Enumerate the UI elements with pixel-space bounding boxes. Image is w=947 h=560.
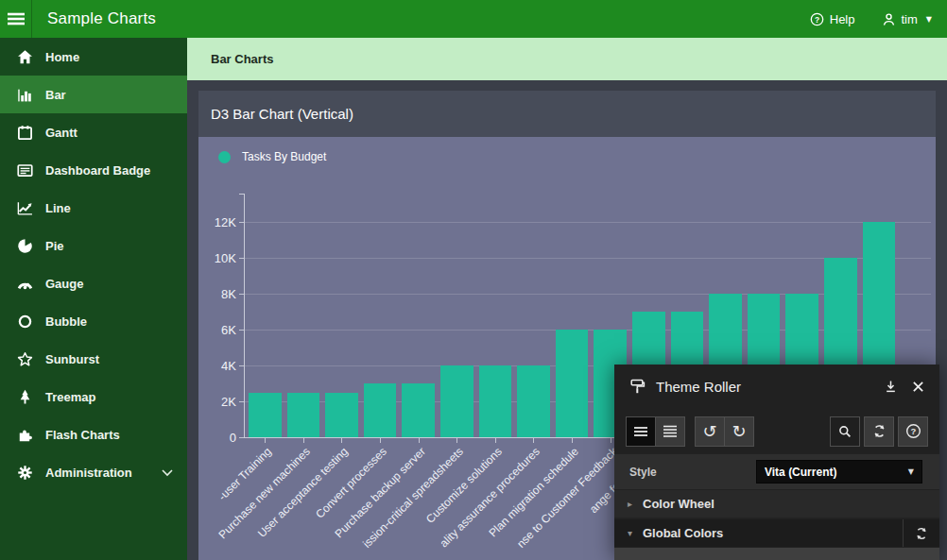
x-axis-tick (380, 438, 381, 443)
bar[interactable] (325, 393, 358, 438)
style-row: Style Vita (Current) ▼ (614, 454, 939, 489)
sidebar-item-label: Dashboard Badge (45, 163, 150, 178)
svg-text:?: ? (910, 426, 916, 436)
sidebar-item-gantt[interactable]: Gantt (0, 113, 187, 151)
list-4-lines-icon (663, 425, 678, 438)
style-select[interactable]: Vita (Current) ▼ (756, 460, 922, 484)
gridline (244, 222, 931, 223)
compact-list-view-button[interactable] (626, 416, 656, 447)
y-axis-label: 12K (198, 215, 236, 229)
svg-text:?: ? (815, 14, 819, 24)
sidebar-item-label: Treemap (45, 390, 95, 404)
help-button[interactable]: ? Help (810, 12, 855, 26)
search-button[interactable] (830, 416, 860, 447)
theme-roller-panel: Theme Roller (614, 365, 939, 560)
line-chart-icon (17, 200, 33, 216)
legend-marker-icon (218, 151, 231, 163)
y-axis-tick (239, 437, 244, 438)
panel-title: D3 Bar Chart (Vertical) (211, 106, 353, 122)
bar[interactable] (556, 330, 589, 437)
sidebar: HomeBarGanttDashboard BadgeLinePieGaugeB… (0, 38, 187, 560)
theme-roller-toolbar: ↺ ↻ ? (614, 409, 939, 453)
theme-roller-title: Theme Roller (656, 379, 741, 395)
sidebar-item-bubble[interactable]: Bubble (0, 302, 187, 340)
sidebar-item-treemap[interactable]: Treemap (0, 378, 187, 416)
accordion-section-global-colors[interactable]: ▾Global Colors (614, 519, 939, 547)
sidebar-item-label: Sunburst (45, 352, 99, 366)
sidebar-item-label: Administration (45, 466, 132, 480)
hamburger-menu-button[interactable] (0, 0, 31, 38)
accordion-section-label: Global Colors (643, 526, 723, 540)
user-icon (882, 12, 896, 26)
chevron-down-icon: ▼ (926, 15, 932, 24)
x-axis-tick (456, 438, 457, 443)
sidebar-item-label: Bar (45, 88, 66, 102)
home-icon (17, 49, 33, 65)
x-axis-tick (611, 438, 611, 443)
sidebar-item-line[interactable]: Line (0, 189, 187, 227)
triangle-down-icon: ▾ (628, 528, 643, 538)
sidebar-item-bar[interactable]: Bar (0, 76, 187, 113)
detailed-list-view-button[interactable] (655, 416, 685, 447)
question-circle-icon: ? (905, 423, 921, 439)
y-axis-label: 0 (198, 431, 236, 445)
close-icon (912, 381, 924, 393)
refresh-theme-button[interactable] (864, 416, 894, 447)
chevron-down-icon (162, 469, 173, 477)
list-3-lines-icon (633, 426, 648, 437)
sidebar-item-flash-charts[interactable]: Flash Charts (0, 416, 187, 453)
style-label: Style (629, 466, 657, 479)
sunburst-icon (17, 351, 33, 367)
y-axis-label: 2K (198, 395, 236, 409)
theme-roller-content-strip (614, 548, 939, 560)
sidebar-item-label: Pie (45, 239, 64, 253)
sidebar-item-gauge[interactable]: Gauge (0, 264, 187, 302)
undo-button[interactable]: ↺ (695, 416, 725, 447)
y-axis-tick (239, 258, 244, 259)
style-select-value: Vita (Current) (765, 466, 836, 479)
y-axis-label: 8K (198, 287, 236, 301)
bubble-icon (17, 314, 33, 330)
theme-roller-help-button[interactable]: ? (898, 416, 928, 447)
y-axis-tick (239, 294, 244, 295)
sidebar-item-label: Bubble (45, 314, 87, 329)
x-axis-tick (341, 438, 342, 443)
triangle-right-icon: ▸ (628, 499, 643, 509)
y-axis-label: 10K (198, 251, 236, 265)
topbar-actions: ? Help tim ▼ (810, 12, 947, 26)
bar[interactable] (402, 383, 435, 437)
close-button[interactable] (912, 381, 924, 393)
gauge-icon (17, 276, 33, 292)
bar[interactable] (364, 383, 397, 437)
refresh-global-colors-button[interactable] (903, 519, 939, 547)
sidebar-item-administration[interactable]: Administration (0, 453, 187, 491)
y-axis-tick (239, 401, 244, 402)
sidebar-item-dashboard-badge[interactable]: Dashboard Badge (0, 151, 187, 189)
page-title: Bar Charts (211, 52, 273, 66)
theme-roller-sections: ▸Color Wheel▾Global Colors (614, 489, 939, 547)
bar[interactable] (440, 365, 474, 437)
y-axis-label: 6K (198, 323, 236, 337)
redo-button[interactable]: ↻ (724, 416, 754, 447)
chart-legend[interactable]: Tasks By Budget (218, 150, 326, 163)
user-name: tim (902, 12, 918, 26)
app-title: Sample Charts (47, 9, 156, 28)
download-theme-button[interactable] (884, 380, 898, 394)
bar[interactable] (479, 365, 512, 437)
sidebar-item-home[interactable]: Home (0, 38, 187, 76)
accordion-section-color-wheel[interactable]: ▸Color Wheel (614, 490, 939, 518)
legend-label: Tasks By Budget (242, 150, 326, 163)
bar[interactable] (287, 393, 320, 438)
calendar-icon (17, 125, 33, 141)
bar[interactable] (249, 393, 282, 438)
help-circle-icon: ? (810, 12, 824, 26)
accordion-section-label: Color Wheel (643, 497, 715, 511)
sidebar-item-sunburst[interactable]: Sunburst (0, 340, 187, 378)
sidebar-item-pie[interactable]: Pie (0, 227, 187, 264)
theme-roller-header: Theme Roller (614, 365, 939, 409)
bar[interactable] (517, 365, 550, 437)
sidebar-item-label: Gauge (45, 277, 83, 291)
dashboard-badge-icon (17, 162, 33, 178)
user-menu[interactable]: tim ▼ (882, 12, 933, 26)
page-header: Bar Charts (187, 38, 947, 80)
